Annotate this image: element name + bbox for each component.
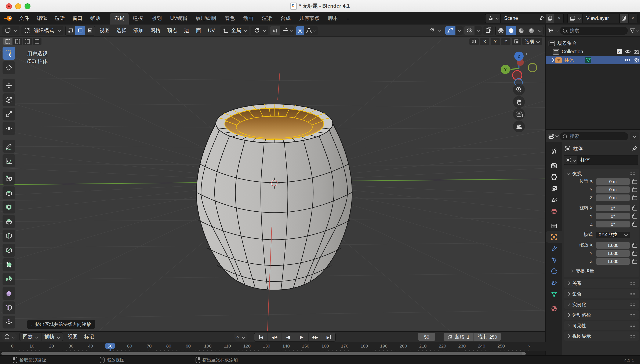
timeline-collapse-icon[interactable]: ‹: [528, 343, 530, 348]
material-preview-button[interactable]: [516, 26, 526, 35]
section-viewport-display[interactable]: 视图显示: [564, 332, 639, 341]
remove-viewlayer-button[interactable]: ×: [628, 14, 637, 22]
zoom-window-button[interactable]: [25, 4, 31, 9]
outliner-row-scene-collection[interactable]: 场景集合: [546, 39, 640, 47]
lock-icon[interactable]: [632, 215, 637, 218]
barrel-mesh[interactable]: [196, 104, 352, 290]
scene-browse-button[interactable]: [486, 14, 501, 22]
outliner-search-input[interactable]: [569, 28, 625, 34]
section-motion-paths[interactable]: 运动路径: [564, 310, 639, 320]
tool-options-dropdown[interactable]: 选项: [522, 38, 542, 45]
jump-to-start-button[interactable]: ◀: [254, 333, 268, 341]
solid-shading-button[interactable]: [506, 26, 516, 35]
properties-search[interactable]: [560, 132, 628, 140]
snap-toggle-button[interactable]: [270, 26, 280, 35]
menu-uv[interactable]: UV: [205, 28, 217, 34]
jump-to-end-button[interactable]: ▶: [322, 333, 335, 341]
menu-vertex[interactable]: 顶点: [165, 27, 180, 34]
play-button[interactable]: ▶: [295, 333, 309, 341]
rotation-mode-dropdown[interactable]: XYZ 欧拉: [596, 232, 630, 238]
tab-object[interactable]: [546, 231, 562, 243]
face-select-button[interactable]: [85, 26, 95, 35]
pan-view-button[interactable]: [513, 96, 525, 108]
location-z-field[interactable]: 0 m: [596, 194, 630, 200]
wireframe-shading-button[interactable]: [496, 26, 506, 35]
xray-toggle[interactable]: [483, 26, 494, 35]
shading-settings-dropdown[interactable]: [536, 26, 543, 35]
new-scene-button[interactable]: [546, 14, 554, 22]
tool-move[interactable]: [3, 79, 15, 92]
pin-icon[interactable]: [632, 146, 637, 151]
tool-rotate[interactable]: [3, 94, 15, 106]
zoom-view-button[interactable]: [513, 84, 525, 96]
tab-modifiers[interactable]: [546, 243, 562, 254]
collection-checkbox[interactable]: ✓: [617, 49, 622, 54]
id-type-button[interactable]: [564, 155, 577, 165]
tool-add-cube[interactable]: [3, 172, 15, 185]
tab-world[interactable]: [546, 206, 562, 217]
hide-eye-icon[interactable]: [625, 58, 631, 62]
location-y-field[interactable]: 0 m: [596, 186, 630, 192]
close-window-button[interactable]: [6, 4, 12, 9]
lock-icon[interactable]: [632, 244, 637, 248]
mirror-x-toggle[interactable]: X: [480, 38, 489, 45]
menu-edit[interactable]: 编辑: [33, 13, 51, 23]
tool-annotate[interactable]: [3, 140, 15, 152]
outliner-row-collection[interactable]: Collection ✓: [546, 47, 640, 56]
lock-icon[interactable]: [632, 196, 637, 200]
tab-scripting[interactable]: 脚本: [324, 13, 342, 24]
vertex-select-button[interactable]: [66, 26, 75, 35]
transform-orientation-dropdown[interactable]: 全局: [220, 26, 249, 35]
snap-corner-icon[interactable]: [512, 38, 521, 45]
tab-material[interactable]: [546, 303, 562, 314]
tab-object-data[interactable]: [546, 288, 562, 300]
tool-transform[interactable]: [3, 122, 15, 135]
drag-grip-icon[interactable]: [629, 172, 636, 175]
play-reverse-button[interactable]: ◀: [282, 333, 295, 341]
select-subtract-button[interactable]: [23, 38, 32, 45]
editor-type-button[interactable]: [2, 26, 20, 35]
outliner-row-object[interactable]: 柱体: [546, 56, 640, 64]
menu-window[interactable]: 窗口: [69, 13, 86, 23]
show-gizmo-toggle[interactable]: [445, 26, 456, 35]
show-overlays-toggle[interactable]: [464, 26, 475, 35]
disable-render-camera-icon[interactable]: [634, 58, 639, 62]
tab-rendering[interactable]: 渲染: [258, 13, 276, 24]
select-intersect-button[interactable]: [33, 38, 42, 45]
snap-settings-dropdown[interactable]: [280, 26, 294, 35]
tab-compositing[interactable]: 合成: [276, 13, 295, 24]
prev-keyframe-button[interactable]: ◀◆: [268, 333, 282, 341]
scale-y-field[interactable]: 1.000: [596, 250, 630, 256]
outliner-editor-type-button[interactable]: [548, 27, 558, 34]
tool-bevel[interactable]: [3, 215, 15, 228]
mirror-y-toggle[interactable]: Y: [491, 38, 500, 45]
menu-face[interactable]: 面: [193, 27, 203, 34]
minimize-window-button[interactable]: [15, 4, 21, 9]
next-keyframe-button[interactable]: ◆▶: [309, 333, 322, 341]
viewlayer-browse-button[interactable]: [568, 14, 583, 22]
viewport-3d[interactable]: 编辑模式 视图 选择 添加 网格 顶点: [0, 24, 545, 331]
tab-scene[interactable]: [546, 194, 562, 206]
camera-view-button[interactable]: [513, 108, 525, 120]
timeline-scrollbar[interactable]: [1, 352, 525, 355]
rotation-y-field[interactable]: 0°: [596, 213, 630, 219]
tab-physics[interactable]: [546, 266, 562, 277]
proportional-falloff-dropdown[interactable]: [304, 26, 318, 35]
tab-render[interactable]: [546, 160, 562, 171]
viewlayer-name[interactable]: ViewLayer: [583, 16, 619, 21]
tab-modeling[interactable]: 建模: [129, 13, 147, 24]
edge-select-button[interactable]: [75, 26, 85, 35]
section-instancing[interactable]: 实例化: [564, 300, 639, 309]
select-extend-button[interactable]: [13, 38, 22, 45]
tool-knife[interactable]: [3, 244, 15, 256]
menu-keying[interactable]: 插帧: [42, 333, 63, 341]
tab-animation[interactable]: 动画: [239, 13, 258, 24]
pivot-point-dropdown[interactable]: [251, 26, 268, 35]
tool-shrink-fatten[interactable]: [3, 316, 15, 328]
tab-constraints[interactable]: [546, 277, 562, 288]
menu-edge[interactable]: 边: [181, 27, 192, 34]
overlays-settings-dropdown[interactable]: [475, 26, 482, 35]
expand-icon[interactable]: [551, 58, 554, 62]
outliner-search[interactable]: [560, 26, 628, 34]
location-x-field[interactable]: 0 m: [596, 178, 630, 184]
